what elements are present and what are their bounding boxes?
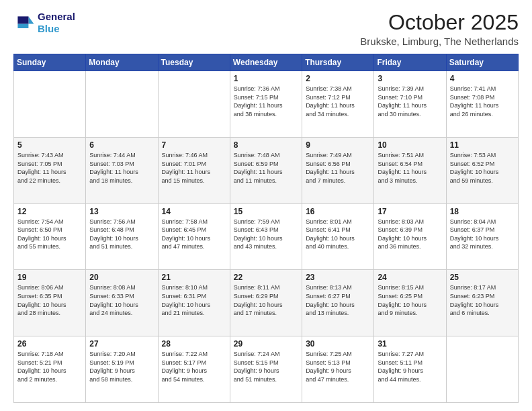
day-number: 24 — [378, 273, 442, 282]
logo-icon — [13, 12, 35, 34]
day-number: 4 — [450, 74, 515, 83]
day-number: 6 — [89, 140, 154, 150]
day-info: Sunrise: 7:25 AM Sunset: 5:13 PM Dayligh… — [306, 350, 370, 383]
day-info: Sunrise: 7:18 AM Sunset: 5:21 PM Dayligh… — [17, 350, 82, 383]
calendar-cell: 22Sunrise: 8:11 AM Sunset: 6:29 PM Dayli… — [230, 270, 302, 336]
day-info: Sunrise: 7:56 AM Sunset: 6:48 PM Dayligh… — [89, 218, 154, 251]
svg-marker-0 — [28, 16, 34, 24]
calendar-cell: 17Sunrise: 8:03 AM Sunset: 6:39 PM Dayli… — [374, 203, 446, 270]
calendar-cell: 19Sunrise: 8:06 AM Sunset: 6:35 PM Dayli… — [14, 270, 86, 336]
day-number: 21 — [162, 273, 226, 282]
calendar-cell: 7Sunrise: 7:46 AM Sunset: 7:01 PM Daylig… — [158, 137, 230, 203]
day-info: Sunrise: 7:53 AM Sunset: 6:52 PM Dayligh… — [450, 151, 515, 185]
calendar-cell: 12Sunrise: 7:54 AM Sunset: 6:50 PM Dayli… — [14, 203, 86, 270]
day-info: Sunrise: 8:10 AM Sunset: 6:31 PM Dayligh… — [162, 283, 226, 317]
calendar-table: Sunday Monday Tuesday Wednesday Thursday… — [13, 54, 519, 403]
calendar-week-row-2: 5Sunrise: 7:43 AM Sunset: 7:05 PM Daylig… — [14, 137, 519, 203]
calendar-cell: 30Sunrise: 7:25 AM Sunset: 5:13 PM Dayli… — [302, 336, 374, 403]
day-info: Sunrise: 7:41 AM Sunset: 7:08 PM Dayligh… — [450, 85, 515, 118]
day-info: Sunrise: 7:54 AM Sunset: 6:50 PM Dayligh… — [17, 218, 82, 251]
calendar-week-row-5: 26Sunrise: 7:18 AM Sunset: 5:21 PM Dayli… — [14, 336, 519, 403]
calendar-cell: 23Sunrise: 8:13 AM Sunset: 6:27 PM Dayli… — [302, 270, 374, 336]
day-number: 8 — [234, 140, 298, 150]
calendar-cell: 21Sunrise: 8:10 AM Sunset: 6:31 PM Dayli… — [158, 270, 230, 336]
month-title: October 2025 — [360, 11, 519, 34]
day-number: 30 — [306, 339, 370, 349]
day-info: Sunrise: 7:38 AM Sunset: 7:12 PM Dayligh… — [306, 85, 370, 118]
calendar-cell: 10Sunrise: 7:51 AM Sunset: 6:54 PM Dayli… — [374, 137, 446, 203]
day-number: 3 — [378, 74, 442, 83]
day-info: Sunrise: 7:27 AM Sunset: 5:11 PM Dayligh… — [378, 350, 442, 383]
day-number: 16 — [306, 207, 370, 216]
day-info: Sunrise: 8:15 AM Sunset: 6:25 PM Dayligh… — [378, 283, 442, 317]
calendar-cell: 14Sunrise: 7:58 AM Sunset: 6:45 PM Dayli… — [158, 203, 230, 270]
day-number: 12 — [17, 207, 82, 216]
day-info: Sunrise: 8:03 AM Sunset: 6:39 PM Dayligh… — [378, 218, 442, 251]
day-number: 17 — [378, 207, 442, 216]
calendar-week-row-1: 1Sunrise: 7:36 AM Sunset: 7:15 PM Daylig… — [14, 71, 519, 138]
day-number: 29 — [234, 339, 298, 349]
calendar-cell: 11Sunrise: 7:53 AM Sunset: 6:52 PM Dayli… — [446, 137, 518, 203]
day-number: 19 — [17, 273, 82, 282]
calendar-cell: 1Sunrise: 7:36 AM Sunset: 7:15 PM Daylig… — [230, 71, 302, 138]
calendar-week-row-4: 19Sunrise: 8:06 AM Sunset: 6:35 PM Dayli… — [14, 270, 519, 336]
calendar-cell: 26Sunrise: 7:18 AM Sunset: 5:21 PM Dayli… — [14, 336, 86, 403]
title-block: October 2025 Brukske, Limburg, The Nethe… — [360, 11, 519, 47]
calendar-cell — [14, 71, 86, 138]
calendar-cell: 9Sunrise: 7:49 AM Sunset: 6:56 PM Daylig… — [302, 137, 374, 203]
day-number: 20 — [89, 273, 154, 282]
svg-rect-2 — [17, 24, 28, 28]
calendar-cell — [158, 71, 230, 138]
col-thursday: Thursday — [302, 54, 374, 71]
location-title: Brukske, Limburg, The Netherlands — [360, 36, 519, 47]
calendar-cell: 2Sunrise: 7:38 AM Sunset: 7:12 PM Daylig… — [302, 71, 374, 138]
day-number: 26 — [17, 339, 82, 349]
day-info: Sunrise: 7:22 AM Sunset: 5:17 PM Dayligh… — [162, 350, 226, 383]
day-number: 5 — [17, 140, 82, 150]
day-number: 2 — [306, 74, 370, 83]
col-sunday: Sunday — [14, 54, 86, 71]
day-info: Sunrise: 7:39 AM Sunset: 7:10 PM Dayligh… — [378, 85, 442, 118]
day-info: Sunrise: 7:58 AM Sunset: 6:45 PM Dayligh… — [162, 218, 226, 251]
day-number: 22 — [234, 273, 298, 282]
day-info: Sunrise: 7:46 AM Sunset: 7:01 PM Dayligh… — [162, 151, 226, 185]
day-number: 7 — [162, 140, 226, 150]
day-info: Sunrise: 7:48 AM Sunset: 6:59 PM Dayligh… — [234, 151, 298, 185]
day-info: Sunrise: 7:43 AM Sunset: 7:05 PM Dayligh… — [17, 151, 82, 185]
calendar-cell: 8Sunrise: 7:48 AM Sunset: 6:59 PM Daylig… — [230, 137, 302, 203]
day-number: 10 — [378, 140, 442, 150]
day-number: 25 — [450, 273, 515, 282]
calendar-cell: 27Sunrise: 7:20 AM Sunset: 5:19 PM Dayli… — [86, 336, 158, 403]
day-number: 31 — [378, 339, 442, 349]
day-number: 27 — [89, 339, 154, 349]
col-tuesday: Tuesday — [158, 54, 230, 71]
day-number: 18 — [450, 207, 515, 216]
day-info: Sunrise: 7:24 AM Sunset: 5:15 PM Dayligh… — [234, 350, 298, 383]
day-info: Sunrise: 8:11 AM Sunset: 6:29 PM Dayligh… — [234, 283, 298, 317]
calendar-cell — [446, 336, 518, 403]
col-monday: Monday — [86, 54, 158, 71]
calendar-cell: 16Sunrise: 8:01 AM Sunset: 6:41 PM Dayli… — [302, 203, 374, 270]
calendar-cell: 6Sunrise: 7:44 AM Sunset: 7:03 PM Daylig… — [86, 137, 158, 203]
calendar-cell: 31Sunrise: 7:27 AM Sunset: 5:11 PM Dayli… — [374, 336, 446, 403]
day-info: Sunrise: 7:20 AM Sunset: 5:19 PM Dayligh… — [89, 350, 154, 383]
day-info: Sunrise: 8:04 AM Sunset: 6:37 PM Dayligh… — [450, 218, 515, 251]
calendar-cell: 5Sunrise: 7:43 AM Sunset: 7:05 PM Daylig… — [14, 137, 86, 203]
calendar-cell: 4Sunrise: 7:41 AM Sunset: 7:08 PM Daylig… — [446, 71, 518, 138]
calendar-cell: 24Sunrise: 8:15 AM Sunset: 6:25 PM Dayli… — [374, 270, 446, 336]
day-info: Sunrise: 8:06 AM Sunset: 6:35 PM Dayligh… — [17, 283, 82, 317]
svg-rect-1 — [17, 16, 28, 24]
day-number: 13 — [89, 207, 154, 216]
logo-text: General Blue — [38, 11, 75, 35]
day-info: Sunrise: 7:59 AM Sunset: 6:43 PM Dayligh… — [234, 218, 298, 251]
day-info: Sunrise: 7:49 AM Sunset: 6:56 PM Dayligh… — [306, 151, 370, 185]
day-number: 28 — [162, 339, 226, 349]
col-friday: Friday — [374, 54, 446, 71]
calendar-cell: 29Sunrise: 7:24 AM Sunset: 5:15 PM Dayli… — [230, 336, 302, 403]
day-number: 9 — [306, 140, 370, 150]
header: General Blue October 2025 Brukske, Limbu… — [13, 11, 519, 47]
day-info: Sunrise: 7:51 AM Sunset: 6:54 PM Dayligh… — [378, 151, 442, 185]
col-wednesday: Wednesday — [230, 54, 302, 71]
day-info: Sunrise: 8:08 AM Sunset: 6:33 PM Dayligh… — [89, 283, 154, 317]
calendar-header-row: Sunday Monday Tuesday Wednesday Thursday… — [14, 54, 519, 71]
